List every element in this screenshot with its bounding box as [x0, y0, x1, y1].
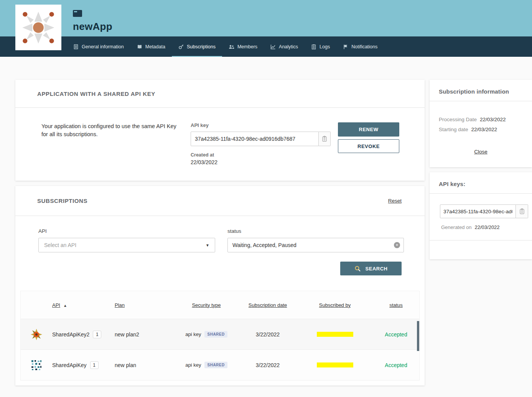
close-link[interactable]: Close — [474, 149, 488, 155]
api-key-input[interactable] — [191, 132, 319, 146]
shared-badge: SHARED — [204, 331, 227, 338]
tab-metadata[interactable]: Metadata — [130, 36, 172, 57]
tab-general-information[interactable]: General information — [67, 36, 130, 57]
subscription-date: 3/22/2022 — [237, 362, 298, 368]
clipboard-icon — [519, 208, 525, 214]
subscription-information-card: Subscription information Processing Date… — [430, 80, 532, 167]
chevron-down-icon: ▼ — [206, 243, 209, 247]
sidebar-api-key-input[interactable] — [440, 204, 516, 218]
book-icon — [137, 44, 142, 49]
search-button[interactable]: SEARCH — [340, 262, 402, 275]
tab-label: Notifications — [351, 44, 377, 49]
api-name: SharedApiKey2 — [52, 331, 89, 338]
subscription-date: 3/22/2022 — [237, 331, 298, 338]
status-value: Accepted — [371, 362, 421, 368]
flag-icon — [343, 44, 348, 49]
revoke-button[interactable]: REVOKE — [338, 139, 399, 153]
subscriptions-table: API▲ Plan Security type Subscription dat… — [20, 291, 420, 381]
plan-name: new plan2 — [115, 331, 176, 338]
generated-on-value: 22/03/2022 — [475, 224, 500, 230]
tab-members[interactable]: Members — [222, 36, 264, 57]
search-icon — [354, 265, 361, 272]
key-icon — [178, 44, 184, 49]
api-key-label: API key — [191, 122, 331, 128]
shared-badge: SHARED — [204, 362, 227, 368]
shared-api-key-card: APPLICATION WITH A SHARED API KEY Your a… — [15, 80, 425, 181]
document-icon — [73, 44, 79, 49]
tab-analytics[interactable]: Analytics — [264, 36, 305, 57]
tab-subscriptions[interactable]: Subscriptions — [172, 36, 222, 57]
status-value: Accepted — [371, 331, 421, 338]
security-type: api key — [185, 362, 201, 368]
mosaic-teal-icon — [31, 359, 42, 371]
api-select-placeholder: Select an API — [44, 242, 76, 248]
col-header-subscribed-by[interactable]: Subscribed by — [298, 302, 371, 308]
table-scrollbar[interactable] — [417, 321, 419, 351]
security-type: api key — [185, 331, 201, 337]
processing-date-label: Processing Date — [439, 117, 477, 122]
app-navbar: General information Metadata Subscriptio… — [0, 36, 532, 57]
col-header-security-type[interactable]: Security type — [176, 302, 237, 308]
api-keys-card-footer — [430, 240, 532, 259]
api-count-badge: 1 — [90, 361, 99, 369]
subscriptions-card: SUBSCRIPTIONS Reset API Select an API ▼ … — [15, 186, 425, 385]
api-keys-title: API keys: — [439, 181, 523, 187]
subscribed-by-redacted — [317, 332, 353, 337]
app-logo-pattern-icon — [18, 8, 58, 48]
renew-button[interactable]: RENEW — [338, 122, 399, 137]
topbar: newApp — [0, 0, 532, 36]
table-header-row: API▲ Plan Security type Subscription dat… — [21, 291, 419, 319]
tab-label: Subscriptions — [187, 44, 216, 49]
shared-key-card-title: APPLICATION WITH A SHARED API KEY — [37, 91, 155, 97]
col-header-status[interactable]: status — [371, 302, 421, 308]
members-icon — [229, 44, 234, 49]
search-button-label: SEARCH — [366, 266, 388, 272]
api-select[interactable]: Select an API ▼ — [38, 238, 215, 252]
copy-sidebar-key-button[interactable] — [516, 204, 528, 218]
clear-icon[interactable]: ✕ — [394, 242, 400, 248]
tab-label: Metadata — [145, 44, 165, 49]
tab-label: Analytics — [279, 44, 298, 49]
col-header-api[interactable]: API▲ — [52, 302, 115, 308]
chart-icon — [270, 44, 276, 49]
table-row[interactable]: SharedApiKey 1 new plan api key SHARED 3… — [21, 349, 419, 380]
app-logo — [15, 5, 61, 50]
subscriptions-card-title: SUBSCRIPTIONS — [37, 198, 87, 204]
page-title: newApp — [73, 21, 532, 33]
table-row[interactable]: SharedApiKey2 1 new plan2 api key SHARED… — [21, 319, 419, 349]
col-header-subscription-date[interactable]: Subscription date — [237, 302, 298, 308]
processing-date-value: 22/03/2022 — [480, 117, 506, 122]
tab-label: Members — [237, 44, 257, 49]
api-name: SharedApiKey — [52, 362, 87, 368]
clipboard-icon — [322, 136, 327, 142]
tab-logs[interactable]: Logs — [305, 36, 336, 57]
subscribed-by-redacted — [317, 362, 353, 367]
pinwheel-gold-icon — [30, 328, 43, 341]
generated-on-label: Generated on — [441, 224, 472, 230]
subscription-info-title: Subscription information — [439, 88, 523, 95]
tab-notifications[interactable]: Notifications — [336, 36, 384, 57]
sort-asc-icon: ▲ — [63, 303, 67, 308]
tab-label: General information — [82, 44, 124, 49]
plan-name: new plan — [115, 362, 176, 368]
list-icon — [311, 44, 316, 49]
starting-date-label: Starting date — [439, 127, 468, 132]
copy-api-key-button[interactable] — [319, 132, 331, 146]
created-at-value: 22/03/2022 — [191, 159, 331, 165]
shared-key-description: Your application is configured to use th… — [41, 122, 180, 165]
window-icon — [73, 10, 82, 17]
tab-label: Logs — [320, 44, 330, 49]
api-count-badge: 1 — [93, 331, 101, 338]
status-filter-input[interactable] — [227, 238, 404, 252]
starting-date-value: 22/03/2022 — [471, 127, 497, 132]
col-header-plan[interactable]: Plan — [115, 302, 176, 308]
status-filter-label: status — [227, 228, 404, 234]
reset-link[interactable]: Reset — [388, 198, 402, 204]
created-at-label: Created at — [191, 152, 331, 158]
api-keys-card: API keys: Generated on 22/03/2022 — [430, 172, 532, 259]
api-filter-label: API — [38, 228, 215, 234]
